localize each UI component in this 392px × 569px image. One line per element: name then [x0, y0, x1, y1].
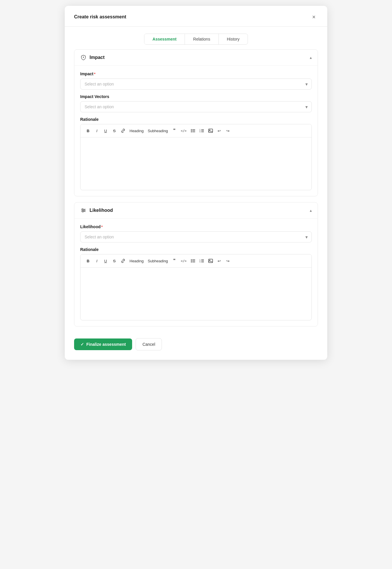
- svg-point-21: [82, 211, 83, 212]
- impact-rationale-editor: B I U S Heading Subheading " </>: [80, 124, 312, 190]
- tab-assessment[interactable]: Assessment: [144, 34, 185, 44]
- impact-rationale-content[interactable]: [80, 137, 312, 190]
- modal-header: Create risk assessment ×: [65, 6, 327, 27]
- shield-icon: [80, 54, 87, 61]
- impact-link-button[interactable]: [119, 127, 127, 135]
- likelihood-rationale-editor: B I U S Heading Subheading " </>: [80, 254, 312, 320]
- likelihood-subheading-button[interactable]: Subheading: [146, 257, 169, 265]
- create-risk-assessment-modal: Create risk assessment × Assessment Rela…: [65, 6, 327, 360]
- likelihood-redo-button[interactable]: ↪: [224, 257, 232, 265]
- likelihood-select[interactable]: Select an option: [80, 231, 312, 242]
- likelihood-quote-button[interactable]: ": [170, 257, 178, 265]
- likelihood-heading-button[interactable]: Heading: [128, 257, 145, 265]
- likelihood-section-body: Likelihood* Select an option ▾ Rationale: [74, 219, 318, 326]
- impact-vectors-field-group: Impact Vectors Select an option ▾: [80, 94, 312, 112]
- modal-content: Impact ▴ Impact* Select an option ▾: [65, 49, 327, 327]
- impact-quote-button[interactable]: ": [170, 127, 178, 135]
- impact-rationale-field-group: Rationale B I U S Heading Subheading: [80, 117, 312, 190]
- svg-point-2: [191, 129, 192, 130]
- likelihood-undo-button[interactable]: ↩: [215, 257, 223, 265]
- svg-text:3.: 3.: [200, 131, 201, 133]
- impact-select-wrapper: Select an option ▾: [80, 78, 312, 90]
- likelihood-section-title: Likelihood: [90, 208, 113, 213]
- impact-section-header[interactable]: Impact ▴: [74, 50, 318, 66]
- impact-undo-button[interactable]: ↩: [215, 127, 223, 135]
- impact-heading-button[interactable]: Heading: [128, 127, 145, 135]
- sliders-icon: [80, 207, 87, 214]
- check-icon: ✓: [80, 342, 84, 347]
- modal-title: Create risk assessment: [74, 14, 126, 20]
- likelihood-image-button[interactable]: [206, 257, 215, 265]
- tabs-container: Assessment Relations History: [65, 27, 327, 49]
- impact-field-group: Impact* Select an option ▾: [80, 71, 312, 90]
- likelihood-bold-button[interactable]: B: [84, 257, 92, 265]
- likelihood-field-group: Likelihood* Select an option ▾: [80, 224, 312, 242]
- svg-point-4: [191, 130, 192, 131]
- likelihood-required-star: *: [101, 225, 103, 229]
- svg-point-20: [84, 210, 85, 211]
- svg-rect-34: [209, 259, 213, 263]
- svg-point-6: [191, 132, 192, 132]
- tab-history[interactable]: History: [219, 34, 248, 44]
- likelihood-rationale-toolbar: B I U S Heading Subheading " </>: [80, 254, 312, 268]
- close-button[interactable]: ×: [310, 13, 318, 21]
- tabs: Assessment Relations History: [144, 34, 248, 45]
- footer-actions: ✓ Finalize assessment Cancel: [65, 332, 327, 350]
- impact-section-title: Impact: [90, 55, 105, 60]
- tab-relations[interactable]: Relations: [185, 34, 218, 44]
- likelihood-select-wrapper: Select an option ▾: [80, 231, 312, 242]
- impact-rationale-toolbar: B I U S Heading Subheading " </>: [80, 124, 312, 137]
- impact-code-button[interactable]: </>: [179, 127, 188, 135]
- impact-vectors-select-wrapper: Select an option ▾: [80, 101, 312, 112]
- likelihood-underline-button[interactable]: U: [102, 257, 110, 265]
- impact-vectors-select[interactable]: Select an option: [80, 101, 312, 112]
- likelihood-rationale-label: Rationale: [80, 247, 312, 252]
- impact-bold-button[interactable]: B: [84, 127, 92, 135]
- likelihood-link-button[interactable]: [119, 257, 127, 265]
- impact-chevron-icon: ▴: [310, 55, 312, 60]
- svg-text:3.: 3.: [200, 261, 201, 263]
- impact-select[interactable]: Select an option: [80, 78, 312, 90]
- impact-section-body: Impact* Select an option ▾ Impact Vector…: [74, 66, 318, 196]
- likelihood-ordered-list-button[interactable]: 1.2.3.: [198, 257, 206, 265]
- impact-vectors-field-label: Impact Vectors: [80, 94, 312, 99]
- impact-image-button[interactable]: [206, 127, 215, 135]
- likelihood-section: Likelihood ▴ Likelihood* Select an optio…: [74, 202, 318, 327]
- svg-point-35: [209, 260, 210, 261]
- finalize-assessment-button[interactable]: ✓ Finalize assessment: [74, 338, 132, 350]
- likelihood-strikethrough-button[interactable]: S: [110, 257, 118, 265]
- likelihood-rationale-content[interactable]: [80, 268, 312, 320]
- impact-bullet-list-button[interactable]: [189, 127, 197, 135]
- svg-point-15: [209, 130, 210, 131]
- impact-rationale-label: Rationale: [80, 117, 312, 122]
- likelihood-chevron-icon: ▴: [310, 208, 312, 213]
- impact-section: Impact ▴ Impact* Select an option ▾: [74, 49, 318, 196]
- impact-underline-button[interactable]: U: [102, 127, 110, 135]
- cancel-button[interactable]: Cancel: [136, 338, 162, 350]
- likelihood-bullet-list-button[interactable]: [189, 257, 197, 265]
- impact-subheading-button[interactable]: Subheading: [146, 127, 169, 135]
- likelihood-code-button[interactable]: </>: [179, 257, 188, 265]
- impact-strikethrough-button[interactable]: S: [110, 127, 118, 135]
- impact-redo-button[interactable]: ↪: [224, 127, 232, 135]
- impact-section-header-left: Impact: [80, 54, 105, 61]
- impact-field-label: Impact*: [80, 71, 312, 76]
- svg-point-19: [82, 209, 83, 210]
- likelihood-section-header[interactable]: Likelihood ▴: [74, 203, 318, 219]
- svg-point-22: [191, 259, 192, 260]
- likelihood-field-label: Likelihood*: [80, 224, 312, 229]
- likelihood-rationale-field-group: Rationale B I U S Heading Subheading: [80, 247, 312, 320]
- impact-ordered-list-button[interactable]: 1.2.3.: [198, 127, 206, 135]
- impact-italic-button[interactable]: I: [93, 127, 101, 135]
- likelihood-italic-button[interactable]: I: [93, 257, 101, 265]
- svg-point-26: [191, 262, 192, 263]
- svg-rect-14: [209, 129, 213, 132]
- svg-point-24: [191, 261, 192, 261]
- likelihood-section-header-left: Likelihood: [80, 207, 113, 214]
- impact-required-star: *: [94, 72, 95, 76]
